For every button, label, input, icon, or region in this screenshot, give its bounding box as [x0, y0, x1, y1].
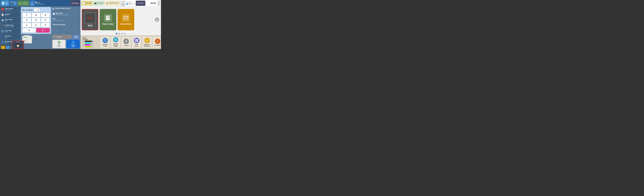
toner-y-bar-bg: [85, 46, 94, 47]
sidebar-item-paper-select[interactable]: 📋 Paper Select Auto: [0, 18, 20, 23]
hdd-top-button[interactable]: 🗂 HDD File retrieve: [105, 1, 120, 6]
svg-rect-10: [137, 39, 138, 40]
dot-2[interactable]: [118, 33, 120, 34]
printer-dropdown[interactable]: ▼: [43, 3, 44, 5]
copy-button[interactable]: 📄 Copy: [0, 1, 9, 6]
sidebar-item-copy-ratio[interactable]: ≡ Copy Ratio 100 %: [0, 29, 20, 34]
eco-item[interactable]: Call Eco Program: [52, 23, 80, 26]
colour-start-button[interactable]: ColourStart: [66, 40, 80, 48]
easy-scan-top-button[interactable]: 📠 Easy Scan: [93, 1, 104, 6]
home-area[interactable]: HOME 🏠: [12, 41, 24, 49]
num-6[interactable]: 6: [41, 18, 50, 22]
toner-bk-row: Bk: [82, 41, 98, 42]
job-status-right-button[interactable]: Job Status: [136, 1, 145, 6]
ratio-icon: ≡: [1, 30, 4, 33]
num-4[interactable]: 4: [22, 18, 31, 22]
exposure-icon: ☀: [1, 35, 4, 38]
dot-1[interactable]: [116, 33, 118, 34]
paper-select-value: Auto: [5, 20, 13, 22]
num-0[interactable]: 0: [22, 28, 36, 33]
send-as-print-item[interactable]: Send as well as print: [52, 7, 80, 10]
enlarge-display-button[interactable]: Aa EnlargeDisplay Mode: [111, 36, 120, 48]
toner-area: TonerQuantity Bk C M: [82, 36, 100, 48]
quick-file-item[interactable]: Quick File Store Data Temporarily: [52, 12, 80, 16]
printer-label: PRINTER: [37, 3, 42, 5]
settings-label: Settings: [124, 45, 128, 46]
copies-input[interactable]: 1: [34, 8, 40, 12]
preview-button[interactable]: 🔍 Preview: [52, 35, 72, 39]
main-right: OSA MyQ Easy Copy: [80, 7, 161, 49]
svg-rect-11: [135, 41, 136, 42]
sidebar-item-original[interactable]: 📄 Original Auto: [0, 12, 20, 17]
easy-scan-tile[interactable]: Easy Scan: [118, 9, 134, 30]
ca-button[interactable]: CA: [72, 35, 80, 39]
enlarge-display-label: EnlargeDisplay Mode: [112, 43, 120, 47]
sided-icon: ⬛: [1, 24, 4, 27]
num-5[interactable]: 5: [32, 18, 40, 22]
sort-label: Sort/Group: [5, 41, 12, 42]
sidebar-item-exposure[interactable]: ☀ Exposure Auto: [0, 34, 20, 39]
toner-y-row: Y: [82, 46, 98, 48]
center-area: No. of copies 1 7 8 9 4 5 6 1 2 3 0 C: [20, 7, 52, 49]
num-7[interactable]: 7: [22, 13, 31, 17]
total-count-button[interactable]: TotalCount: [132, 36, 142, 48]
num-2[interactable]: 2: [32, 23, 40, 27]
logout-top-button[interactable]: ↪ Logout Noah: [120, 1, 126, 6]
easy-scan-button[interactable]: 📠 EasyScan: [9, 1, 17, 6]
settings-button[interactable]: ⚙ Settings: [121, 36, 131, 48]
next-arrow-button[interactable]: ▶: [155, 18, 159, 22]
star-button[interactable]: ★: [1, 46, 5, 49]
easy-scan-icon: [122, 14, 130, 22]
hdd-button[interactable]: 🗂 HDDFile retrieve: [18, 1, 29, 6]
toner-y-fill: [85, 46, 92, 47]
home-label: HOME: [16, 41, 20, 43]
ratio-label: Copy Ratio: [5, 30, 12, 31]
toner-m-row: M: [82, 44, 98, 46]
myq-logo: OSA: [85, 13, 95, 23]
dot-4[interactable]: [124, 33, 126, 34]
job-status-bottom-button[interactable]: i Job Status: [152, 36, 161, 48]
myq-tile[interactable]: OSA MyQ: [82, 9, 98, 30]
sided-value: 1-Sided→1-Sided: [5, 26, 14, 27]
operation-guide-label: OperationGuide: [102, 44, 108, 47]
brightness-button[interactable]: ☀ BrightnessAdjustment: [142, 36, 152, 48]
colour-inner: [72, 42, 74, 43]
numpad-area: No. of copies 1 7 8 9 4 5 6 1 2 3 0 C: [21, 7, 51, 34]
line-checkbox[interactable]: [36, 2, 37, 3]
line-checkbox-right[interactable]: [127, 2, 128, 3]
toner-c-fill: [85, 43, 91, 44]
clear-button[interactable]: C: [36, 28, 50, 33]
toner-m-fill: [85, 44, 90, 46]
time-display: 09:58: [150, 2, 157, 5]
plain-label: Plain 1: [34, 39, 38, 40]
sidebar-item-2sided[interactable]: ⬛ 2-Sided Copy 1-Sided→1-Sided: [0, 23, 20, 28]
printer-dropdown-right[interactable]: ▼: [134, 3, 136, 5]
bw-start-button[interactable]: B/WStart: [52, 40, 66, 48]
easy-copy-top-button[interactable]: 📄 Easy Copy: [81, 1, 93, 6]
job-status-button[interactable]: Job Status: [70, 1, 80, 6]
copy-label: Copy: [5, 3, 8, 4]
toner-bk-label: Bk: [82, 41, 84, 42]
num-3[interactable]: 3: [41, 23, 50, 27]
original-label: Original: [5, 13, 10, 15]
brightness-icon: ☀: [144, 38, 150, 43]
num-9[interactable]: 9: [41, 13, 50, 17]
speaker-button[interactable]: ◁: [157, 1, 160, 6]
quick-file-checkbox[interactable]: [53, 13, 55, 15]
logout-button[interactable]: ↪ Logout Noah: [30, 1, 35, 6]
num-8[interactable]: 8: [32, 13, 40, 17]
dot-3[interactable]: [121, 33, 123, 34]
easy-copy-tile[interactable]: Easy Copy: [100, 9, 116, 30]
operation-guide-button[interactable]: ? OperationGuide: [100, 36, 110, 48]
sidebar-item-colour-mode[interactable]: 🔴 Colour Mode Full Colour: [0, 7, 20, 12]
pagination-dots: [80, 32, 161, 35]
top-bar-left: 📄 Copy 📠 EasyScan 🗂 HDDFile retrieve ↪ L…: [0, 0, 80, 7]
file-item[interactable]: File Store Data in Folder: [52, 18, 80, 22]
file-label: File: [53, 18, 64, 20]
check-button[interactable]: ✓: [6, 46, 10, 49]
num-1[interactable]: 1: [22, 23, 31, 27]
total-count-label: TotalCount: [135, 44, 138, 47]
toner-bk-bar-bg: [85, 41, 94, 42]
logout-name: Noah: [31, 5, 34, 6]
printer-label-right: PRINTER: [128, 3, 134, 5]
